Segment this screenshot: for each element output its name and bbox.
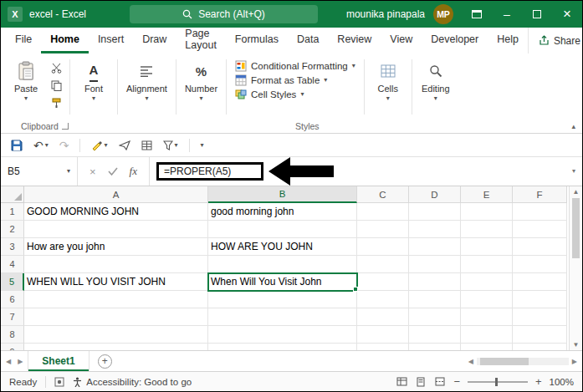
cell-A3[interactable]: How are you john	[24, 238, 208, 256]
column-header-B[interactable]: B	[208, 186, 357, 203]
send-button[interactable]	[119, 140, 130, 150]
enter-button[interactable]	[108, 167, 118, 176]
ribbon-options-button[interactable]	[462, 1, 492, 28]
cell-E9[interactable]	[461, 344, 513, 350]
sheet-nav-left-icon[interactable]: ◀	[6, 358, 11, 365]
cell-B7[interactable]	[208, 308, 357, 326]
tab-view[interactable]: View	[381, 28, 422, 53]
cell-D2[interactable]	[409, 221, 461, 238]
row-header-2[interactable]: 2	[1, 221, 24, 238]
cell-F2[interactable]	[513, 221, 567, 238]
cell-A9[interactable]	[24, 344, 208, 350]
page-layout-view-button[interactable]	[415, 377, 427, 387]
sort-filter-button[interactable]: ▾	[163, 140, 178, 150]
font-group-button[interactable]: A Font ▾	[74, 58, 114, 104]
cell-E1[interactable]	[461, 203, 513, 221]
formula-bar-expand-icon[interactable]: ▾	[572, 168, 582, 175]
cell-C7[interactable]	[357, 308, 409, 326]
row-header-3[interactable]: 3	[1, 238, 24, 256]
formula-input[interactable]: =PROPER(A5) ▾	[150, 157, 582, 186]
cell-D5[interactable]	[409, 273, 461, 291]
sheet-tab-sheet1[interactable]: Sheet1	[28, 351, 89, 371]
column-header-E[interactable]: E	[461, 186, 513, 203]
zoom-level[interactable]: 100%	[550, 377, 574, 387]
horizontal-scroll-track[interactable]	[477, 358, 569, 365]
search-box[interactable]: Search (Alt+Q)	[130, 5, 318, 23]
vertical-scroll-thumb[interactable]	[572, 198, 580, 258]
row-header-8[interactable]: 8	[1, 326, 24, 344]
paste-button[interactable]: Paste ▾	[6, 58, 46, 104]
cell-A1[interactable]: GOOD MORNING JOHN	[24, 203, 208, 221]
minimize-button[interactable]: –	[492, 1, 522, 28]
row-header-7[interactable]: 7	[1, 308, 24, 326]
cell-C6[interactable]	[357, 291, 409, 308]
vertical-scrollbar[interactable]: ▲ ▼	[569, 186, 582, 350]
cell-B5[interactable]: When Will You Visit John	[208, 273, 357, 291]
tab-page-layout[interactable]: Page Layout	[176, 28, 226, 53]
hscroll-right-icon[interactable]: ▶	[572, 358, 577, 365]
cell-D3[interactable]	[409, 238, 461, 256]
cell-D7[interactable]	[409, 308, 461, 326]
cells-group-button[interactable]: Cells ▾	[368, 58, 408, 104]
hscroll-left-icon[interactable]: ◀	[468, 358, 473, 365]
page-break-view-button[interactable]	[434, 377, 446, 387]
cell-B3[interactable]: HOW ARE YOU JOHN	[208, 238, 357, 256]
save-button[interactable]	[11, 140, 23, 151]
format-as-table-button[interactable]: Format as Table ▾	[235, 74, 355, 86]
cell-E7[interactable]	[461, 308, 513, 326]
editing-group-button[interactable]: Editing ▾	[416, 58, 456, 104]
cell-B8[interactable]	[208, 326, 357, 344]
zoom-out-button[interactable]: −	[453, 376, 460, 387]
cell-C4[interactable]	[357, 256, 409, 273]
cell-F3[interactable]	[513, 238, 567, 256]
maximize-button[interactable]	[522, 1, 552, 28]
qat-customize-button[interactable]: ▾	[201, 142, 204, 149]
sheet-nav-right-icon[interactable]: ▶	[18, 358, 23, 365]
tab-developer[interactable]: Developer	[422, 28, 488, 53]
cell-C3[interactable]	[357, 238, 409, 256]
cell-B9[interactable]	[208, 344, 357, 350]
cell-D1[interactable]	[409, 203, 461, 221]
cell-A7[interactable]	[24, 308, 208, 326]
zoom-slider[interactable]	[468, 381, 528, 383]
cell-styles-button[interactable]: Cell Styles ▾	[235, 89, 355, 100]
cell-A8[interactable]	[24, 326, 208, 344]
accessibility-status[interactable]: Accessibility: Good to go	[73, 377, 192, 387]
cell-A2[interactable]	[24, 221, 208, 238]
cell-C1[interactable]	[357, 203, 409, 221]
share-button[interactable]: Share ▾	[528, 28, 583, 53]
redo-button[interactable]: ↷	[59, 139, 69, 152]
cell-C2[interactable]	[357, 221, 409, 238]
new-sheet-button[interactable]: +	[98, 354, 112, 369]
cell-F9[interactable]	[513, 344, 567, 350]
number-group-button[interactable]: % Number ▾	[180, 58, 222, 104]
tab-draw[interactable]: Draw	[133, 28, 176, 53]
fill-handle[interactable]	[353, 287, 358, 292]
zoom-in-button[interactable]: +	[535, 376, 542, 387]
cell-C5[interactable]	[357, 273, 409, 291]
user-name[interactable]: mounika pinapala	[346, 8, 425, 20]
highlight-pen-button[interactable]: ▾	[91, 140, 107, 150]
row-header-1[interactable]: 1	[1, 203, 24, 221]
horizontal-scroll-thumb[interactable]	[480, 358, 529, 365]
cell-E6[interactable]	[461, 291, 513, 308]
cell-E5[interactable]	[461, 273, 513, 291]
cancel-button[interactable]: ×	[89, 165, 96, 178]
cell-B2[interactable]	[208, 221, 357, 238]
normal-view-button[interactable]	[396, 377, 407, 387]
cell-F7[interactable]	[513, 308, 567, 326]
select-all-button[interactable]	[1, 186, 24, 203]
cell-A4[interactable]	[24, 256, 208, 273]
cell-C9[interactable]	[357, 344, 409, 350]
column-header-D[interactable]: D	[409, 186, 461, 203]
zoom-slider-thumb[interactable]	[495, 378, 498, 386]
cell-B1[interactable]: good morning john	[208, 203, 357, 221]
cell-A6[interactable]	[24, 291, 208, 308]
row-header-4[interactable]: 4	[1, 256, 24, 273]
copy-button[interactable]	[48, 79, 64, 93]
cell-C8[interactable]	[357, 326, 409, 344]
table-button[interactable]	[141, 140, 152, 150]
tab-file[interactable]: File	[6, 28, 41, 53]
collapse-ribbon-button[interactable]: ▴	[571, 122, 575, 130]
cell-B6[interactable]	[208, 291, 357, 308]
